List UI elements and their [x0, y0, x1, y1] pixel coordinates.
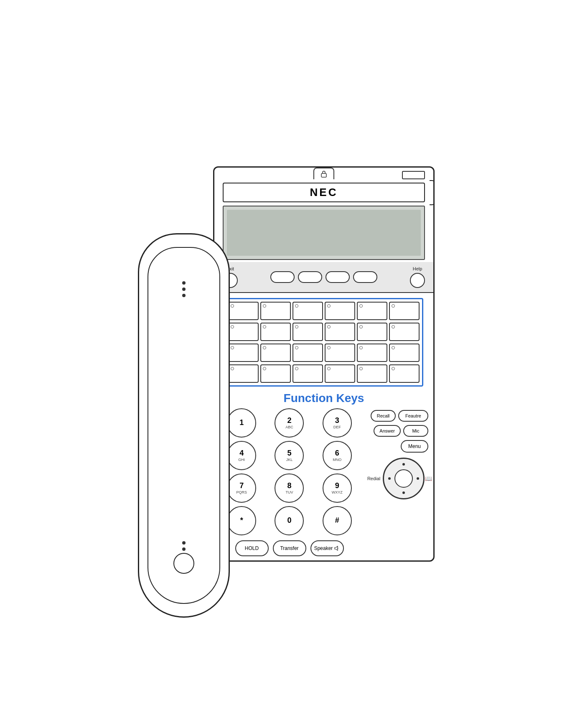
- key-8[interactable]: 8 TUV: [275, 473, 304, 503]
- key-5[interactable]: 5 JKL: [275, 441, 304, 470]
- lower-section: 1 2 ABC 3 DEF 4: [214, 408, 433, 560]
- key-6[interactable]: 6 MNO: [323, 441, 352, 470]
- fk-4-3[interactable]: [292, 364, 323, 383]
- fk-led: [231, 304, 234, 308]
- key-letters: DEF: [333, 425, 341, 429]
- redial-area: Redial 📖: [367, 458, 425, 499]
- hold-button[interactable]: HOLD: [235, 540, 269, 556]
- key-num: 9: [335, 482, 339, 490]
- soft-key-3[interactable]: [326, 271, 350, 283]
- key-star[interactable]: *: [227, 506, 256, 535]
- fk-led: [359, 325, 363, 328]
- fk-4-5[interactable]: [357, 364, 387, 383]
- speaker-dot-3: [182, 294, 186, 297]
- menu-button[interactable]: Menu: [401, 440, 428, 453]
- fk-row-1: [228, 302, 420, 320]
- function-keys-text: Function Keys: [284, 392, 364, 405]
- fk-4-4[interactable]: [325, 364, 355, 383]
- help-label: Help: [413, 266, 422, 271]
- key-letters: ABC: [285, 425, 293, 429]
- fk-1-3[interactable]: [292, 302, 323, 320]
- nav-dial-center[interactable]: [394, 469, 413, 488]
- fk-3-5[interactable]: [357, 344, 387, 362]
- function-keys-label: Function Keys: [219, 390, 428, 408]
- key-2[interactable]: 2 ABC: [275, 408, 304, 438]
- key-num: #: [335, 517, 339, 525]
- fk-4-2[interactable]: [260, 364, 291, 383]
- soft-key-2[interactable]: [298, 271, 322, 283]
- help-area: Help: [410, 266, 425, 288]
- phone-body: NEC Exit Help: [213, 166, 435, 562]
- key-1[interactable]: 1: [227, 408, 256, 438]
- fk-1-6[interactable]: [389, 302, 420, 320]
- key-num: 5: [287, 449, 291, 458]
- fk-led: [359, 367, 363, 370]
- fk-2-4[interactable]: [325, 323, 355, 341]
- handset: [138, 233, 230, 618]
- fk-2-3[interactable]: [292, 323, 323, 341]
- fk-led: [263, 304, 266, 308]
- speaker-icon: [334, 546, 340, 551]
- fk-led: [359, 304, 363, 308]
- redial-label: Redial: [367, 476, 380, 481]
- fk-led: [295, 304, 298, 308]
- fk-2-6[interactable]: [389, 323, 420, 341]
- help-button[interactable]: [410, 273, 425, 288]
- nav-dot-top: [402, 463, 405, 466]
- fk-led: [295, 325, 298, 328]
- fk-led: [327, 346, 331, 349]
- speaker-button[interactable]: Speaker: [310, 540, 344, 556]
- nav-dot-left: [388, 477, 391, 480]
- fk-1-5[interactable]: [357, 302, 387, 320]
- fk-3-1[interactable]: [228, 344, 259, 362]
- key-7[interactable]: 7 PQRS: [227, 473, 256, 503]
- mic-button[interactable]: Mic: [403, 425, 428, 437]
- fk-led: [231, 346, 234, 349]
- nav-dial[interactable]: [383, 458, 425, 499]
- soft-key-1[interactable]: [270, 271, 295, 283]
- brand-label: NEC: [310, 186, 338, 199]
- fk-1-2[interactable]: [260, 302, 291, 320]
- fk-1-4[interactable]: [325, 302, 355, 320]
- key-9[interactable]: 9 WXYZ: [323, 473, 352, 503]
- fk-4-1[interactable]: [228, 364, 259, 383]
- fk-3-2[interactable]: [260, 344, 291, 362]
- fk-led: [295, 346, 298, 349]
- key-hash[interactable]: #: [323, 506, 352, 535]
- nav-dot-bottom: [402, 491, 405, 494]
- fk-1-1[interactable]: [228, 302, 259, 320]
- fk-row-2: [228, 323, 420, 341]
- fk-led: [263, 346, 266, 349]
- fk-led: [327, 325, 331, 328]
- keypad-area: 1 2 ABC 3 DEF 4: [219, 408, 359, 556]
- fk-led: [392, 367, 395, 370]
- fk-3-3[interactable]: [292, 344, 323, 362]
- fk-led: [231, 367, 234, 370]
- key-letters: GHI: [238, 458, 245, 462]
- fk-4-6[interactable]: [389, 364, 420, 383]
- top-mount: [214, 168, 433, 179]
- key-num: 7: [239, 482, 244, 490]
- key-3[interactable]: 3 DEF: [323, 408, 352, 438]
- fk-led: [327, 304, 331, 308]
- recall-button[interactable]: Recall: [371, 410, 396, 422]
- key-letters: JKL: [286, 458, 293, 462]
- fk-3-4[interactable]: [325, 344, 355, 362]
- fk-2-5[interactable]: [357, 323, 387, 341]
- right-panel: Recall Feautre Answer Mic: [364, 408, 428, 556]
- fk-3-6[interactable]: [389, 344, 420, 362]
- nav-dial-area: Redial 📖: [364, 458, 428, 499]
- fk-2-1[interactable]: [228, 323, 259, 341]
- menu-row: Menu: [364, 440, 428, 453]
- answer-button[interactable]: Answer: [374, 425, 401, 437]
- fk-2-2[interactable]: [260, 323, 291, 341]
- transfer-button[interactable]: Transfer: [273, 540, 306, 556]
- soft-key-4[interactable]: [353, 271, 377, 283]
- mount-center: [313, 168, 334, 179]
- fk-led: [263, 367, 266, 370]
- feature-button[interactable]: Feautre: [398, 410, 428, 422]
- key-0[interactable]: 0: [275, 506, 304, 535]
- fk-led: [327, 367, 331, 370]
- handset-mic-circle: [173, 553, 194, 574]
- key-4[interactable]: 4 GHI: [227, 441, 256, 470]
